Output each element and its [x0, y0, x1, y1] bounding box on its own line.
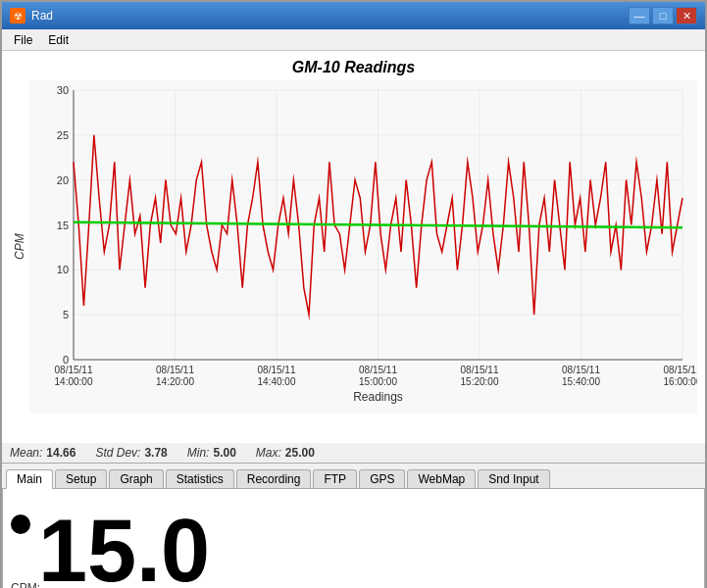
chart-title: GM-10 Readings	[10, 59, 697, 76]
tab-setup[interactable]: Setup	[55, 469, 107, 488]
tab-gps[interactable]: GPS	[359, 469, 405, 488]
min-label: Min:	[187, 446, 210, 460]
max-label: Max:	[256, 446, 281, 460]
tab-content-main: 15.0 CPM:	[2, 488, 705, 588]
tab-ftp[interactable]: FTP	[313, 469, 357, 488]
chart-area: GM-10 Readings CPM	[2, 51, 705, 443]
menu-bar: File Edit	[2, 29, 705, 51]
chart-inner	[29, 80, 697, 414]
window-title: Rad	[31, 9, 53, 23]
app-icon: ☢	[10, 8, 25, 24]
maximize-button[interactable]: □	[652, 7, 674, 24]
stddev-label: Std Dev:	[95, 446, 140, 460]
tab-recording[interactable]: Recording	[236, 469, 312, 488]
chart-container: CPM	[10, 80, 697, 414]
tab-graph[interactable]: Graph	[109, 469, 163, 488]
minimize-button[interactable]: —	[629, 7, 650, 24]
min-value: 5.00	[213, 446, 235, 460]
max-stat: Max: 25.00	[256, 446, 315, 460]
stats-bar: Mean: 14.66 Std Dev: 3.78 Min: 5.00 Max:…	[2, 443, 705, 463]
tab-main[interactable]: Main	[6, 469, 53, 489]
tab-sndinput[interactable]: Snd Input	[478, 469, 549, 488]
window-controls: — □ ✕	[629, 7, 697, 24]
cpm-value: 15.0	[38, 507, 210, 588]
title-bar-left: ☢ Rad	[10, 8, 53, 24]
tab-webmap[interactable]: WebMap	[407, 469, 476, 488]
cpm-label: CPM:	[11, 581, 40, 588]
mean-stat: Mean: 14.66	[10, 446, 76, 460]
mean-label: Mean:	[10, 446, 42, 460]
tabs-container: Main Setup Graph Statistics Recording FT…	[2, 463, 705, 488]
main-window: ☢ Rad — □ ✕ File Edit GM-10 Readings CPM…	[0, 0, 707, 588]
stddev-value: 3.78	[144, 446, 167, 460]
mean-value: 14.66	[46, 446, 76, 460]
tab-statistics[interactable]: Statistics	[166, 469, 234, 488]
min-stat: Min: 5.00	[187, 446, 236, 460]
main-display: 15.0	[11, 497, 696, 588]
file-menu[interactable]: File	[6, 31, 40, 49]
indicator-dot	[11, 514, 30, 534]
close-button[interactable]: ✕	[676, 7, 697, 24]
max-value: 25.00	[285, 446, 315, 460]
edit-menu[interactable]: Edit	[40, 31, 76, 49]
y-axis-label: CPM	[10, 80, 29, 414]
stddev-stat: Std Dev: 3.78	[95, 446, 167, 460]
chart-canvas	[29, 80, 697, 414]
title-bar: ☢ Rad — □ ✕	[2, 2, 705, 29]
